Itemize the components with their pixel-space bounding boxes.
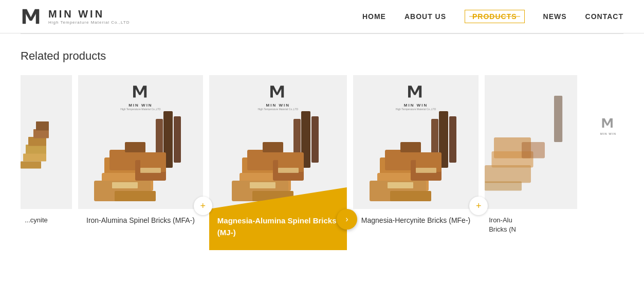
card-magnesia-alumina-arrow[interactable]: › [337, 209, 357, 230]
svg-rect-19 [115, 191, 156, 201]
logo-text: MIN WIN High Temperature Material Co.,LT… [48, 8, 130, 25]
card-magnesia-alumina-name: Magnesia-Alumina Spinel Bricks (MJ-) [217, 216, 337, 237]
logo-main-text: MIN WIN [48, 8, 130, 20]
partial-card-left: ...cynite [21, 75, 72, 250]
nav-about[interactable]: ABOUT US [404, 12, 446, 21]
nav-home[interactable]: HOME [362, 12, 386, 21]
section-title: Related products [21, 49, 623, 63]
svg-rect-17 [140, 168, 161, 173]
card3-bricks [359, 106, 472, 209]
card2-logo-icon [269, 82, 287, 101]
logo-sub-text: High Temperature Material Co.,LTD [48, 20, 130, 25]
nav-news[interactable]: NEWS [543, 12, 567, 21]
svg-rect-18 [125, 142, 145, 152]
svg-rect-16 [112, 182, 138, 188]
card-magnesia-hercynite: MIN WIN High Temperature Material Co.,LT… [353, 75, 479, 250]
card-magnesia-alumina: MIN WIN High Temperature Material Co.,LT… [209, 75, 347, 250]
card-iron-alumina-name: Iron-Alumina Spinel Bricks (MFA-) [86, 216, 195, 224]
card1-logo-sub: High Temperature Material Co.,LTD [120, 108, 160, 111]
svg-rect-1 [26, 145, 46, 155]
partial-right-label: Iron-AluBricks (N [489, 216, 516, 233]
card1-logo-icon [131, 82, 150, 101]
svg-rect-21 [311, 116, 319, 163]
card1-logo-text: MIN WIN [120, 103, 160, 108]
card2-logo-sub: High Temperature Material Co.,LTD [258, 108, 298, 111]
card3-logo-text: MIN WIN [396, 103, 436, 108]
card2-logo-text: MIN WIN [258, 103, 298, 108]
svg-rect-51 [485, 182, 522, 191]
svg-rect-29 [250, 182, 275, 188]
card3-logo-icon [407, 82, 425, 101]
card-iron-alumina-label: Iron-Alumina Spinel Bricks (MFA-) [78, 209, 203, 250]
partial-left-label: ...cynite [25, 216, 48, 224]
navigation: HOME ABOUT US PRODUCTS NEWS CONTACT [362, 10, 623, 23]
card1-bricks [84, 106, 197, 209]
main-content: Related products ...cynite [0, 34, 644, 260]
svg-rect-50 [522, 142, 545, 159]
nav-contact[interactable]: CONTACT [585, 12, 623, 21]
svg-rect-46 [554, 96, 562, 142]
card-magnesia-hercynite-image: MIN WIN High Temperature Material Co.,LT… [353, 75, 479, 209]
svg-rect-5 [21, 162, 41, 169]
card-iron-alumina-plus[interactable]: + [194, 197, 212, 215]
svg-rect-45 [390, 191, 431, 201]
svg-rect-8 [174, 116, 181, 163]
svg-rect-43 [416, 168, 436, 173]
card-iron-alumina: MIN WIN High Temperature Material Co.,LT… [78, 75, 203, 250]
header: MIN WIN High Temperature Material Co.,LT… [0, 0, 644, 33]
svg-rect-31 [263, 142, 283, 152]
svg-rect-4 [33, 129, 49, 138]
partial-left-image [21, 85, 72, 199]
card3-logo-sub: High Temperature Material Co.,LTD [396, 108, 436, 111]
svg-rect-49 [485, 165, 531, 183]
card-magnesia-hercynite-label: Magnesia-Hercynite Bricks (MFe-) [353, 209, 479, 250]
logo[interactable]: MIN WIN High Temperature Material Co.,LT… [21, 5, 130, 28]
card-magnesia-alumina-label: Magnesia-Alumina Spinel Bricks (MJ-) [209, 209, 347, 250]
svg-rect-3 [23, 154, 46, 162]
card-magnesia-alumina-image: MIN WIN High Temperature Material Co.,LT… [209, 75, 347, 209]
svg-rect-34 [449, 116, 456, 163]
svg-rect-6 [36, 121, 49, 131]
svg-rect-30 [278, 168, 299, 173]
partial-right-image [485, 85, 577, 199]
svg-rect-2 [28, 137, 46, 146]
svg-rect-44 [400, 142, 421, 152]
nav-products[interactable]: PRODUCTS [465, 10, 525, 23]
logo-icon [21, 5, 43, 28]
card-iron-alumina-image: MIN WIN High Temperature Material Co.,LT… [78, 75, 203, 209]
card-magnesia-hercynite-name: Magnesia-Hercynite Bricks (MFe-) [361, 216, 470, 224]
card-magnesia-hercynite-plus[interactable]: + [469, 197, 488, 215]
partial-card-right: MIN WIN Iron-AluBricks (N [485, 75, 577, 250]
products-row: ...cynite MIN WIN High Temperature Mater… [21, 75, 623, 250]
svg-rect-42 [388, 182, 413, 188]
